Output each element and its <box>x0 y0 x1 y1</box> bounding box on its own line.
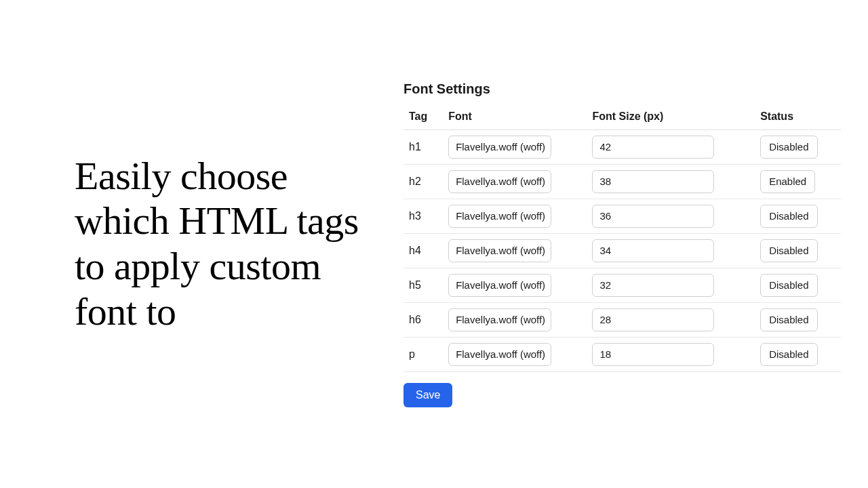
panel-title: Font Settings <box>403 81 841 97</box>
table-row: h1 Flavellya.woff (woff) Disabled <box>403 129 841 164</box>
table-row: h2 Flavellya.woff (woff) Enabled <box>403 164 841 199</box>
tag-label: h1 <box>409 141 421 152</box>
status-toggle[interactable]: Disabled <box>760 136 817 159</box>
tag-label: h3 <box>409 210 421 222</box>
font-size-input[interactable] <box>592 205 714 228</box>
font-size-input[interactable] <box>592 274 714 297</box>
font-settings-table: Tag Font Font Size (px) Status h1 Flavel… <box>403 106 841 372</box>
font-size-input[interactable] <box>592 343 714 366</box>
font-select[interactable]: Flavellya.woff (woff) <box>448 308 551 331</box>
font-size-input[interactable] <box>592 170 714 193</box>
col-header-font: Font <box>443 106 587 130</box>
font-size-input[interactable] <box>592 136 714 159</box>
font-settings-panel: Font Settings Tag Font Font Size (px) St… <box>380 81 868 407</box>
col-header-tag: Tag <box>403 106 443 130</box>
table-row: h5 Flavellya.woff (woff) Disabled <box>403 268 841 302</box>
table-row: h3 Flavellya.woff (woff) Disabled <box>403 199 841 233</box>
font-select[interactable]: Flavellya.woff (woff) <box>448 136 551 159</box>
table-header-row: Tag Font Font Size (px) Status <box>403 106 841 130</box>
save-button[interactable]: Save <box>403 383 452 407</box>
status-toggle[interactable]: Disabled <box>760 274 817 297</box>
font-select[interactable]: Flavellya.woff (woff) <box>448 170 551 193</box>
font-size-input[interactable] <box>592 239 714 262</box>
status-toggle[interactable]: Enabled <box>760 170 815 193</box>
font-select[interactable]: Flavellya.woff (woff) <box>448 274 551 297</box>
tag-label: p <box>409 348 415 360</box>
font-select[interactable]: Flavellya.woff (woff) <box>448 239 551 262</box>
font-size-input[interactable] <box>592 308 714 331</box>
status-toggle[interactable]: Disabled <box>760 343 817 366</box>
table-row: p Flavellya.woff (woff) Disabled <box>403 337 841 371</box>
status-toggle[interactable]: Disabled <box>760 308 817 331</box>
table-row: h6 Flavellya.woff (woff) Disabled <box>403 302 841 337</box>
font-select[interactable]: Flavellya.woff (woff) <box>448 343 551 366</box>
tag-label: h2 <box>409 176 421 187</box>
tag-label: h6 <box>409 314 421 325</box>
status-toggle[interactable]: Disabled <box>760 239 817 262</box>
col-header-status: Status <box>755 106 841 130</box>
status-toggle[interactable]: Disabled <box>760 205 817 228</box>
headline-text: Easily choose which HTML tags to apply c… <box>75 154 359 335</box>
marketing-headline-panel: Easily choose which HTML tags to apply c… <box>0 154 380 335</box>
table-row: h4 Flavellya.woff (woff) Disabled <box>403 233 841 268</box>
col-header-size: Font Size (px) <box>587 106 755 130</box>
tag-label: h4 <box>409 245 421 256</box>
font-select[interactable]: Flavellya.woff (woff) <box>448 205 551 228</box>
tag-label: h5 <box>409 279 421 291</box>
